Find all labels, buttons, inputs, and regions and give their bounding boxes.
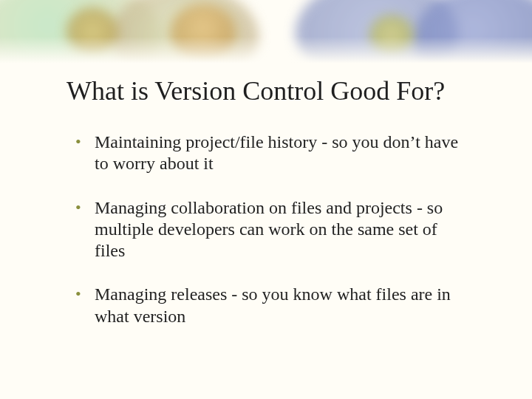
slide: What is Version Control Good For? Mainta… <box>0 0 532 399</box>
bullet-item: Managing collaboration on files and proj… <box>72 197 471 262</box>
bullet-list: Maintaining project/file history - so yo… <box>72 132 471 327</box>
bullet-item: Maintaining project/file history - so yo… <box>72 132 471 175</box>
slide-body: Maintaining project/file history - so yo… <box>72 132 471 349</box>
decorative-banner <box>0 0 532 66</box>
bullet-text: Maintaining project/file history - so yo… <box>95 132 458 173</box>
bullet-text: Managing collaboration on files and proj… <box>95 198 443 261</box>
bullet-item: Managing releases - so you know what fil… <box>72 284 471 327</box>
bullet-text: Managing releases - so you know what fil… <box>95 284 451 325</box>
slide-title: What is Version Control Good For? <box>66 77 480 106</box>
